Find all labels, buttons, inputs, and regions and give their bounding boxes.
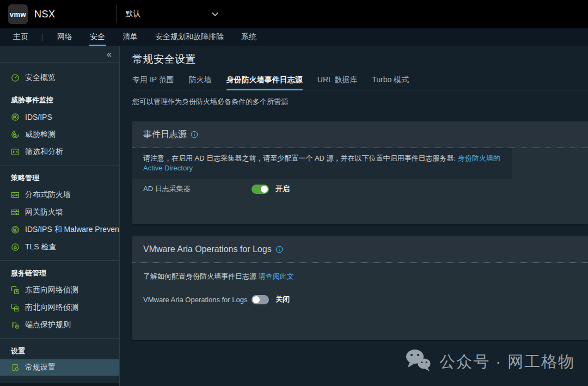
gateway-firewall-icon <box>11 208 20 217</box>
top-bar: vmw NSX 默认 <box>0 0 588 28</box>
tls-inspection-icon <box>11 243 20 252</box>
ad-log-collector-toggle[interactable] <box>252 185 269 194</box>
aria-operations-toggle[interactable] <box>252 295 269 304</box>
nav-tab-inventory[interactable]: 清单 <box>121 29 139 46</box>
sidebar-divider <box>0 338 119 339</box>
sidebar-item-label: 常规设置 <box>25 363 56 372</box>
setting-row: VMware Aria Operations for Logs 关闭 <box>132 295 588 304</box>
sidebar-item-distributed-firewall[interactable]: 分布式防火墙 <box>0 186 119 204</box>
sidebar-item-threat-detection[interactable]: 威胁检测 <box>0 126 119 143</box>
sidebar-item-label: IDS/IPS 和 Malware Preventi… <box>25 225 119 235</box>
chevron-down-icon <box>212 12 218 16</box>
setting-row: AD 日志采集器 开启 <box>132 184 588 194</box>
sidebar-item-ew-network-introspection[interactable]: 东西向网络侦测 <box>0 281 119 299</box>
sidebar-item-endpoint-protection-rules[interactable]: 端点保护规则 <box>0 316 119 334</box>
product-name: NSX <box>34 9 56 20</box>
card-body: 了解如何配置身份防火墙事件日志源 请查阅此文 VMware Aria Opera… <box>132 263 588 315</box>
watermark-text: 公众号 · 网工格物 <box>439 351 575 373</box>
main-content: 常规安全设置 专用 IP 范围 防火墙 身份防火墙事件日志源 URL 数据库 T… <box>120 46 588 386</box>
sidebar-section-service-chain: 服务链管理 <box>0 265 119 281</box>
sidebar-bottom-strip <box>0 383 119 386</box>
nav-separator <box>42 33 43 41</box>
toggle-knob <box>253 296 260 303</box>
info-icon[interactable] <box>275 246 283 253</box>
nav-tab-system[interactable]: 系统 <box>240 29 258 46</box>
card-body: 请注意，在启用 AD 日志采集器之前，请至少配置一个 AD 源，并在以下位置中启… <box>132 148 588 205</box>
endpoint-protection-icon <box>11 321 20 329</box>
card-title: VMware Aria Operations for Logs <box>143 244 272 254</box>
sidebar-item-label: 筛选和分析 <box>25 147 63 157</box>
card-header: 事件日志源 <box>132 121 588 148</box>
sidebar-item-label: 端点保护规则 <box>25 320 71 330</box>
sidebar-item-label: IDS/IPS <box>25 113 52 121</box>
sidebar-divider <box>0 260 119 261</box>
network-introspection-icon <box>11 303 20 312</box>
page-title: 常规安全设置 <box>132 52 588 66</box>
tab-firewall[interactable]: 防火墙 <box>189 75 212 90</box>
nav-tab-plan-troubleshoot[interactable]: 安全规划和故障排除 <box>154 29 225 46</box>
nav-tab-networking[interactable]: 网络 <box>56 29 74 46</box>
sidebar-section-threat-monitoring: 威胁事件监控 <box>0 92 119 108</box>
nav-tab-security[interactable]: 安全 <box>89 29 106 46</box>
sidebar-item-label: TLS 检查 <box>25 242 57 252</box>
card-note: 请注意，在启用 AD 日志采集器之前，请至少配置一个 AD 源，并在以下位置中启… <box>132 148 512 179</box>
radar-icon <box>11 130 20 139</box>
toggle-state-label: 开启 <box>275 184 290 194</box>
page-description: 您可以管理作为身份防火墙必备条件的多个所需源 <box>132 97 588 107</box>
sidebar-item-label: 安全概览 <box>25 73 56 83</box>
filter-analysis-icon <box>11 148 20 156</box>
card-title: 事件日志源 <box>143 129 187 140</box>
sidebar-item-label: 威胁检测 <box>25 130 56 139</box>
target-icon <box>11 225 20 234</box>
setting-label: VMware Aria Operations for Logs <box>143 296 252 304</box>
sidebar-menu: 安全概览 威胁事件监控 IDS/IPS 威胁检测 <box>0 63 119 376</box>
wechat-icon <box>405 348 432 375</box>
tab-turbo-mode[interactable]: Turbo 模式 <box>372 75 409 90</box>
note-text: 请注意，在启用 AD 日志采集器之前，请至少配置一个 AD 源，并在以下位置中启… <box>143 154 458 162</box>
sidebar-item-ns-network-introspection[interactable]: 南北向网络侦测 <box>0 299 119 316</box>
sidebar-divider <box>0 165 119 166</box>
firewall-icon <box>11 191 20 199</box>
sidebar-item-label: 分布式防火墙 <box>25 190 71 200</box>
collapse-chevrons-icon: « <box>107 50 112 59</box>
vmware-logo-text: vmw <box>10 10 26 19</box>
event-log-sources-card: 事件日志源 请注意，在启用 AD 日志采集器之前，请至少配置一个 AD 源，并在… <box>132 121 588 224</box>
tab-private-ip-ranges[interactable]: 专用 IP 范围 <box>132 75 174 90</box>
network-introspection-icon <box>11 286 20 295</box>
vmware-logo: vmw <box>8 4 28 24</box>
toggle-state-label: 关闭 <box>275 295 290 304</box>
sidebar-item-label: 南北向网络侦测 <box>25 303 78 313</box>
sidebar-item-filtering-analysis[interactable]: 筛选和分析 <box>0 143 119 161</box>
sidebar-section-settings: 设置 <box>0 343 119 359</box>
sidebar-item-label: 网关防火墙 <box>25 207 63 217</box>
nav-tab-home[interactable]: 主页 <box>12 29 29 46</box>
topbar-separator <box>117 5 117 23</box>
gauge-icon <box>11 73 20 82</box>
sidebar-item-general-settings[interactable]: 常规设置 <box>0 359 119 376</box>
sidebar-item-label: 东西向网络侦测 <box>25 285 78 295</box>
sidebar-item-gateway-firewall[interactable]: 网关防火墙 <box>0 204 119 221</box>
sidebar-collapse-button[interactable]: « <box>0 46 119 63</box>
sidebar-item-security-overview[interactable]: 安全概览 <box>0 69 119 87</box>
tab-url-database[interactable]: URL 数据库 <box>317 75 357 90</box>
sidebar-item-tls-inspection[interactable]: TLS 检查 <box>0 238 119 256</box>
general-settings-icon <box>11 363 20 372</box>
org-selector-value: 默认 <box>126 9 141 19</box>
note-text: 了解如何配置身份防火墙事件日志源 <box>143 272 259 280</box>
card-note: 了解如何配置身份防火墙事件日志源 请查阅此文 <box>132 263 588 281</box>
tab-idfw-event-log-sources[interactable]: 身份防火墙事件日志源 <box>226 75 303 90</box>
setting-label: AD 日志采集器 <box>143 184 252 194</box>
sidebar-section-policy-management: 策略管理 <box>0 170 119 186</box>
read-this-article-link[interactable]: 请查阅此文 <box>259 272 294 280</box>
primary-nav: 主页 网络 安全 清单 安全规划和故障排除 系统 <box>0 28 588 46</box>
toggle-knob <box>261 186 268 193</box>
aria-operations-for-logs-card: VMware Aria Operations for Logs 了解如何配置身份… <box>132 236 588 340</box>
card-header: VMware Aria Operations for Logs <box>132 236 588 263</box>
sidebar-item-ids-ips-malware-prevention[interactable]: IDS/IPS 和 Malware Preventi… <box>0 221 119 238</box>
info-icon[interactable] <box>191 131 198 138</box>
sidebar-item-ids-ips[interactable]: IDS/IPS <box>0 108 119 126</box>
sidebar: « 安全概览 威胁事件监控 IDS/IPS <box>0 46 120 386</box>
target-icon <box>11 113 20 121</box>
org-selector-dropdown[interactable]: 默认 <box>126 9 218 19</box>
watermark: 公众号 · 网工格物 <box>405 348 575 375</box>
